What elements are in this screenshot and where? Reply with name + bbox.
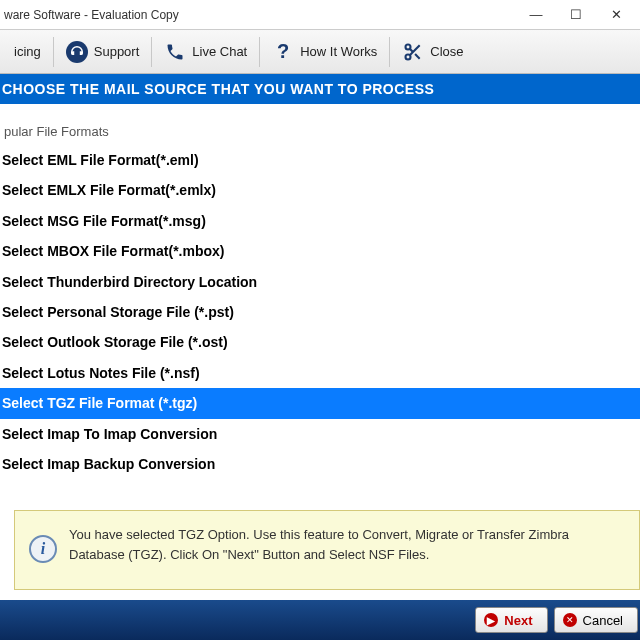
format-option-msg[interactable]: Select MSG File Format(*.msg) xyxy=(0,206,640,236)
close-label: Close xyxy=(430,44,463,59)
minimize-button[interactable]: ― xyxy=(516,1,556,29)
wizard-footer: ▶ Next ✕ Cancel xyxy=(0,600,640,640)
arrow-right-icon: ▶ xyxy=(484,613,498,627)
format-option-thunderbird[interactable]: Select Thunderbird Directory Location xyxy=(0,267,640,297)
format-option-pst[interactable]: Select Personal Storage File (*.pst) xyxy=(0,297,640,327)
livechat-button[interactable]: Live Chat xyxy=(154,37,257,67)
headset-icon xyxy=(66,41,88,63)
format-option-ost[interactable]: Select Outlook Storage File (*.ost) xyxy=(0,327,640,357)
toolbar: icing Support Live Chat ? How It Works C… xyxy=(0,30,640,74)
titlebar: ware Software - Evaluation Copy ― ☐ ✕ xyxy=(0,0,640,30)
info-panel: i You have selected TGZ Option. Use this… xyxy=(14,510,640,590)
close-window-button[interactable]: ✕ xyxy=(596,1,636,29)
separator xyxy=(151,37,152,67)
format-option-imap-to-imap[interactable]: Select Imap To Imap Conversion xyxy=(0,419,640,449)
support-button[interactable]: Support xyxy=(56,37,150,67)
info-icon: i xyxy=(29,535,57,563)
support-label: Support xyxy=(94,44,140,59)
svg-point-1 xyxy=(406,54,411,59)
section-title: pular File Formats xyxy=(0,104,640,145)
question-icon: ? xyxy=(272,41,294,63)
window-controls: ― ☐ ✕ xyxy=(516,1,636,29)
next-button[interactable]: ▶ Next xyxy=(475,607,547,633)
cancel-label: Cancel xyxy=(583,613,623,628)
livechat-label: Live Chat xyxy=(192,44,247,59)
window-title: ware Software - Evaluation Copy xyxy=(4,8,516,22)
format-option-nsf[interactable]: Select Lotus Notes File (*.nsf) xyxy=(0,358,640,388)
svg-line-3 xyxy=(415,54,420,59)
cancel-icon: ✕ xyxy=(563,613,577,627)
format-option-eml[interactable]: Select EML File Format(*.eml) xyxy=(0,145,640,175)
scissors-icon xyxy=(402,41,424,63)
howitworks-label: How It Works xyxy=(300,44,377,59)
format-option-imap-backup[interactable]: Select Imap Backup Conversion xyxy=(0,449,640,479)
phone-icon xyxy=(164,41,186,63)
close-button[interactable]: Close xyxy=(392,37,473,67)
separator xyxy=(259,37,260,67)
maximize-button[interactable]: ☐ xyxy=(556,1,596,29)
wizard-banner: CHOOSE THE MAIL SOURCE THAT YOU WANT TO … xyxy=(0,74,640,104)
info-text: You have selected TGZ Option. Use this f… xyxy=(69,525,625,564)
howitworks-button[interactable]: ? How It Works xyxy=(262,37,387,67)
pricing-label: icing xyxy=(14,44,41,59)
format-option-emlx[interactable]: Select EMLX File Format(*.emlx) xyxy=(0,175,640,205)
cancel-button[interactable]: ✕ Cancel xyxy=(554,607,638,633)
format-option-mbox[interactable]: Select MBOX File Format(*.mbox) xyxy=(0,236,640,266)
separator xyxy=(53,37,54,67)
svg-line-4 xyxy=(410,48,413,51)
pricing-button[interactable]: icing xyxy=(4,40,51,63)
format-option-tgz[interactable]: Select TGZ File Format (*.tgz) xyxy=(0,388,640,418)
next-label: Next xyxy=(504,613,532,628)
separator xyxy=(389,37,390,67)
format-list: Select EML File Format(*.eml) Select EML… xyxy=(0,145,640,479)
